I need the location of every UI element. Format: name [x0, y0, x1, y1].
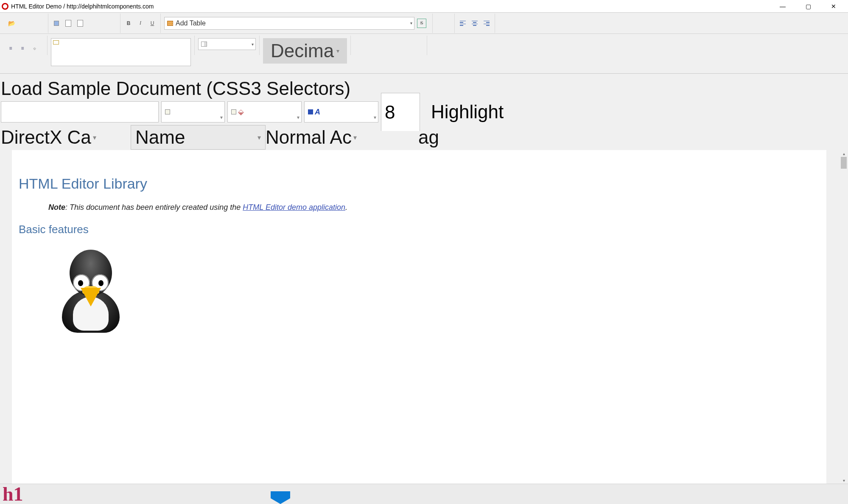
- scroll-up-icon[interactable]: ▴: [840, 150, 848, 157]
- scroll-down-icon[interactable]: ▾: [840, 477, 848, 484]
- text-color-combo[interactable]: A ▾: [304, 101, 378, 123]
- toolbar-row-2: ≡ ≡ ⟐ ▾ Decima ▾: [0, 34, 848, 74]
- status-bar: h1: [0, 484, 848, 504]
- open-file-icon[interactable]: 📂: [7, 19, 16, 28]
- note-text: : This document has been entirely create…: [65, 203, 243, 212]
- vertical-scrollbar[interactable]: ▴ ▾: [840, 150, 848, 484]
- minimize-button[interactable]: —: [770, 0, 795, 12]
- chevron-down-icon: ▾: [374, 114, 376, 120]
- color-swatch-icon: [53, 40, 59, 45]
- align-left-button[interactable]: [458, 19, 467, 28]
- italic-button[interactable]: I: [136, 19, 145, 28]
- chevron-down-icon: ▾: [353, 134, 357, 142]
- normal-action-combo[interactable]: Normal Ac▾: [266, 127, 376, 148]
- app-icon: [2, 3, 8, 10]
- cell-layout-combo[interactable]: ▾: [198, 38, 256, 50]
- dropdown-1-input[interactable]: [54, 48, 188, 56]
- lower-combo-row: DirectX Ca▾ Name▾ Normal Ac▾ ag: [0, 125, 848, 150]
- font-family-display[interactable]: Decima ▾: [263, 38, 347, 64]
- font-name-label: Decima: [271, 40, 334, 61]
- ag-combo[interactable]: ag: [418, 127, 439, 148]
- image-left-icon[interactable]: [52, 19, 61, 28]
- note-link[interactable]: HTML Editor demo application: [243, 203, 345, 212]
- strike-button[interactable]: S: [417, 19, 426, 28]
- doc-heading-2: Basic features: [19, 223, 820, 236]
- format-controls-row: ▾ ⬙ ▾ A ▾ 8 Highlight: [0, 99, 848, 125]
- toolbar-row-1: 📂 B I U Add Table ▾ S: [0, 13, 848, 34]
- close-button[interactable]: ✕: [821, 0, 846, 12]
- load-sample-label[interactable]: Load Sample Document (CSS3 Selectors): [0, 74, 848, 99]
- chevron-down-icon: ▾: [257, 134, 261, 142]
- fill-color-combo[interactable]: ⬙ ▾: [227, 101, 302, 123]
- doc-note: Note: This document has been entirely cr…: [48, 203, 820, 212]
- list-unordered-icon[interactable]: ≡: [18, 44, 27, 53]
- penguin-image: [53, 244, 129, 329]
- chevron-down-icon: ▾: [252, 42, 254, 47]
- note-dot: .: [345, 203, 347, 212]
- doc-heading-1: HTML Editor Library: [19, 175, 820, 192]
- grid-icon: [201, 42, 207, 47]
- note-bold: Note: [48, 203, 65, 212]
- name-combo[interactable]: Name▾: [131, 125, 266, 150]
- border-color-combo[interactable]: ▾: [161, 101, 225, 123]
- chevron-down-icon: ▾: [410, 21, 412, 25]
- table-icon: [167, 21, 173, 26]
- chevron-down-icon: ▾: [220, 114, 223, 120]
- chevron-down-icon: ▾: [93, 134, 96, 142]
- add-table-combo[interactable]: Add Table ▾: [164, 17, 414, 30]
- scroll-thumb[interactable]: [841, 157, 847, 169]
- chevron-down-icon: ▾: [336, 47, 339, 54]
- font-size-value: 8: [385, 102, 395, 123]
- align-center-button[interactable]: [470, 19, 479, 28]
- current-tag-label: h1: [3, 485, 23, 503]
- maximize-button[interactable]: ▢: [795, 0, 821, 12]
- link-icon[interactable]: ⟐: [30, 44, 39, 53]
- underline-button[interactable]: U: [148, 19, 157, 28]
- add-table-label: Add Table: [176, 19, 206, 27]
- dropdown-1[interactable]: [51, 38, 191, 66]
- chevron-down-icon: ▾: [297, 114, 299, 120]
- bold-button[interactable]: B: [124, 19, 133, 28]
- tab-marker-icon: [271, 491, 290, 504]
- color-swatch-icon: [231, 109, 236, 114]
- bucket-icon: ⬙: [238, 107, 244, 117]
- style-combo-1[interactable]: [1, 101, 159, 123]
- highlight-label[interactable]: Highlight: [431, 101, 504, 123]
- text-a-icon: A: [315, 108, 320, 117]
- document-viewport: HTML Editor Library Note: This document …: [0, 150, 848, 484]
- window-title: HTML Editor Demo / http://delphihtmlcomp…: [11, 3, 770, 10]
- color-swatch-icon: [308, 109, 313, 114]
- document-page[interactable]: HTML Editor Library Note: This document …: [12, 150, 826, 484]
- new-page-icon[interactable]: [76, 19, 85, 28]
- page-icon[interactable]: [64, 19, 73, 28]
- align-right-button[interactable]: [482, 19, 491, 28]
- font-size-combo[interactable]: 8: [381, 93, 420, 131]
- list-ordered-icon[interactable]: ≡: [6, 44, 15, 53]
- directx-combo[interactable]: DirectX Ca▾: [1, 127, 131, 148]
- color-swatch-icon: [165, 109, 170, 114]
- title-bar: HTML Editor Demo / http://delphihtmlcomp…: [0, 0, 848, 13]
